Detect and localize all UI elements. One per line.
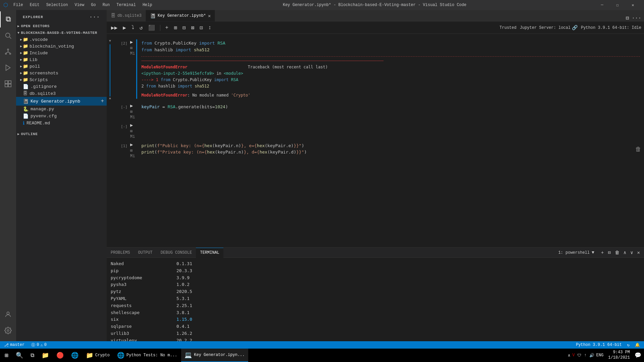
- tray-icon-3[interactable]: ↑: [584, 353, 586, 358]
- source-control-activity-icon[interactable]: [0, 44, 16, 60]
- jupyter-server-label[interactable]: Jupyter Server: local 🔗: [520, 25, 578, 31]
- minimize-button[interactable]: ─: [594, 0, 610, 10]
- menu-edit[interactable]: Edit: [27, 2, 42, 8]
- menu-terminal[interactable]: Terminal: [114, 2, 139, 8]
- cell-delete-icon[interactable]: 🗑: [635, 146, 641, 153]
- settings-activity-icon[interactable]: [0, 322, 16, 339]
- python-tests-taskbar-button[interactable]: 🌐 Python Tests: No m...: [114, 349, 180, 362]
- expand-arrow[interactable]: ▲: [109, 97, 111, 100]
- menu-help[interactable]: Help: [140, 2, 155, 8]
- extensions-activity-icon[interactable]: [0, 76, 16, 92]
- error-count-item[interactable]: ⓪ 0 ⚠ 0: [30, 342, 48, 348]
- kill-terminal-button[interactable]: 🗑: [613, 249, 621, 256]
- search-taskbar-button[interactable]: 🔍: [12, 349, 26, 362]
- run-all-button[interactable]: ▶▶: [109, 23, 119, 32]
- tab-key-generator[interactable]: 📓 Key Generator.ipynb* ✕: [146, 10, 215, 21]
- file-key-generator[interactable]: 📓 Key Generator.ipynb +: [16, 97, 107, 106]
- restart-button[interactable]: ↺: [138, 23, 145, 32]
- cell-collapse-icon[interactable]: ↕: [207, 24, 213, 32]
- panel-close-button[interactable]: ✕: [636, 249, 641, 256]
- cell-more-icon[interactable]: Mi: [130, 51, 135, 56]
- cell-run-button-1[interactable]: ▶: [130, 142, 135, 147]
- menu-file[interactable]: File: [11, 2, 26, 8]
- new-file-button[interactable]: +: [99, 98, 105, 105]
- cell-expand-icon[interactable]: ⊡: [198, 23, 205, 32]
- python-version-label[interactable]: Python 3.9.1 64-bit: Idle: [581, 25, 641, 30]
- folder-scripts[interactable]: ▶ 📁 Scripts: [16, 76, 107, 83]
- sync-item[interactable]: ↻: [626, 343, 631, 348]
- maximize-button[interactable]: ☐: [610, 0, 625, 10]
- cell-format-icon-m1[interactable]: ⊞: [130, 109, 135, 114]
- project-section[interactable]: ▼ BLOCKCHAIN-BASED-E-VOTING-MASTER: [16, 29, 107, 36]
- outline-section[interactable]: ▶ OUTLINE: [16, 131, 107, 137]
- trusted-badge[interactable]: Trusted: [499, 25, 516, 30]
- folder-vscode[interactable]: ▶ 📁 .vscode: [16, 36, 107, 43]
- tab-db-sqlite3[interactable]: 🗄 db.sqlite3: [107, 10, 146, 21]
- open-editors-section[interactable]: ▶ OPEN EDITORS: [16, 23, 107, 29]
- file-explorer-taskbar-button[interactable]: 📁: [38, 349, 52, 362]
- cell-run-button-m2[interactable]: ▶: [130, 122, 135, 128]
- cell-code-2[interactable]: from Crypto.PublicKey import RSA from ha…: [137, 38, 644, 55]
- tab-problems[interactable]: PROBLEMS: [107, 248, 134, 258]
- tray-icon-2[interactable]: 🛡: [577, 353, 581, 358]
- run-button[interactable]: ▶: [121, 23, 128, 32]
- vscode-taskbar-button[interactable]: 💻 Key Generator.ipyn...: [181, 349, 248, 362]
- terminal-selector-chevron[interactable]: ▼: [592, 250, 594, 255]
- start-button[interactable]: ⊞: [1, 349, 12, 362]
- taskview-button[interactable]: ⧉: [27, 349, 38, 362]
- split-editor-icon[interactable]: ⊟: [626, 15, 629, 21]
- cell-run-button-m1[interactable]: ▶: [130, 103, 135, 109]
- menu-selection[interactable]: Selection: [44, 2, 71, 8]
- panel-arrow-down[interactable]: ∨: [629, 249, 634, 256]
- tab-terminal[interactable]: TERMINAL: [196, 248, 223, 258]
- tray-expand-icon[interactable]: ∧: [568, 353, 570, 358]
- account-activity-icon[interactable]: [0, 306, 16, 322]
- bell-item[interactable]: 🔔: [634, 343, 641, 348]
- menu-view[interactable]: View: [72, 2, 87, 8]
- menu-run[interactable]: Run: [100, 2, 113, 8]
- edge-taskbar-button[interactable]: 🌐: [68, 349, 82, 362]
- tray-language[interactable]: ENG: [596, 353, 604, 358]
- tray-icon-1[interactable]: V: [572, 353, 575, 358]
- file-readme[interactable]: ℹ README.md: [16, 120, 107, 127]
- cell-run-button-2[interactable]: ▶: [130, 39, 135, 45]
- notifications-icon[interactable]: 💬: [635, 352, 641, 359]
- folder-lib[interactable]: ▶ 📁 Lib: [16, 56, 107, 63]
- split-terminal-button[interactable]: ⊟: [606, 249, 612, 256]
- folder-include[interactable]: ▶ 📁 Include: [16, 50, 107, 56]
- add-terminal-button[interactable]: +: [600, 249, 605, 256]
- interrupt-button[interactable]: ⬛: [147, 23, 157, 32]
- cell-more-icon-m2[interactable]: Mi: [130, 134, 135, 139]
- folder-blockchain-voting[interactable]: ▶ 📁 blockchain_voting: [16, 43, 107, 50]
- cell-view-icon[interactable]: ⊠: [189, 23, 196, 32]
- cell-more-icon-m1[interactable]: Mi: [130, 115, 135, 120]
- git-branch-item[interactable]: ⎇ master: [3, 343, 26, 348]
- add-cell-button[interactable]: +: [164, 24, 170, 32]
- cell-grid-icon[interactable]: ⊞: [172, 23, 179, 32]
- run-below-button[interactable]: ⤵: [130, 23, 136, 32]
- cell-format-icon-m2[interactable]: ⊞: [130, 129, 135, 134]
- cell-format-icon-1[interactable]: ⊞: [130, 148, 135, 153]
- close-button[interactable]: ✕: [625, 0, 641, 10]
- cell-list-icon[interactable]: ⊟: [181, 23, 187, 32]
- cell-format-icon[interactable]: ⊞: [130, 46, 135, 51]
- tab-output[interactable]: OUTPUT: [134, 248, 157, 258]
- tab-debug-console[interactable]: DEBUG CONSOLE: [157, 248, 196, 258]
- menu-go[interactable]: Go: [88, 2, 98, 8]
- cell-more-icon-1[interactable]: Mi: [130, 154, 135, 159]
- file-pyvenv[interactable]: 📄 pyvenv.cfg: [16, 113, 107, 120]
- crypto-taskbar-button[interactable]: 📁 Crypto: [83, 349, 113, 362]
- search-activity-icon[interactable]: [0, 27, 16, 44]
- folder-screenshots[interactable]: ▶ 📁 screenshots: [16, 70, 107, 76]
- cell-code-m2[interactable]: [137, 121, 644, 134]
- app3-taskbar-button[interactable]: 🔴: [53, 349, 67, 362]
- debug-activity-icon[interactable]: [0, 60, 16, 76]
- terminal-content[interactable]: Naked0.1.31 pip20.3.3 pycryptodome3.9.9 …: [107, 258, 644, 341]
- panel-arrow-up[interactable]: ∧: [622, 249, 628, 256]
- file-gitignore[interactable]: 📄 .gitignore: [16, 83, 107, 90]
- clock[interactable]: 9:43 PM 1/18/2021: [605, 350, 633, 360]
- collapse-arrow[interactable]: ▼: [109, 39, 111, 43]
- python-status-item[interactable]: Python 3.9.1 64-bit: [575, 343, 623, 347]
- sidebar-more-icon[interactable]: ···: [89, 14, 100, 20]
- cell-code-m1[interactable]: keyPair = RSA.generate(bits=1024): [137, 102, 644, 112]
